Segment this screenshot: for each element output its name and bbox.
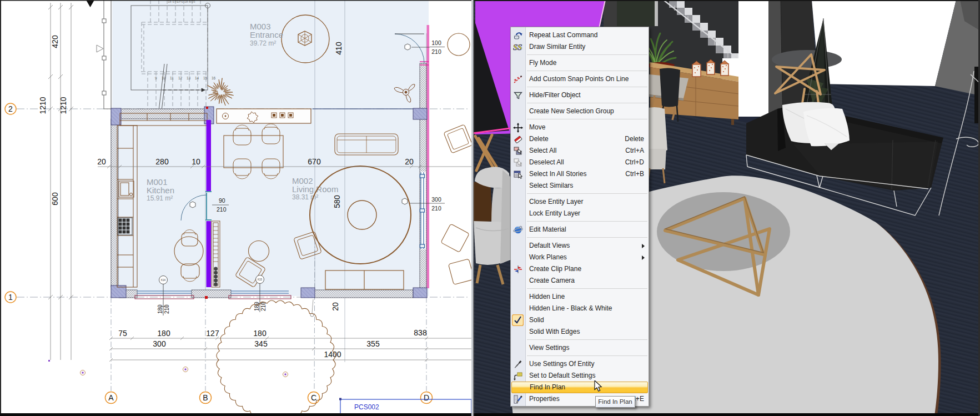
svg-text:20: 20: [97, 157, 106, 166]
svg-text:PCS002: PCS002: [354, 403, 379, 411]
svg-text:16: 16: [212, 76, 216, 80]
svg-text:300: 300: [431, 196, 441, 203]
svg-text:S: S: [517, 43, 522, 52]
svg-text:39.72 m²: 39.72 m²: [250, 39, 276, 47]
svg-text:1210: 1210: [59, 97, 68, 114]
svg-text:410: 410: [334, 42, 343, 55]
svg-text:90: 90: [219, 197, 225, 204]
svg-text:20: 20: [405, 157, 414, 166]
svg-text:1: 1: [8, 293, 13, 302]
svg-text:D: D: [424, 393, 429, 402]
svg-text:210: 210: [164, 304, 170, 314]
svg-text:300: 300: [153, 339, 166, 348]
svg-text:1210: 1210: [38, 97, 47, 114]
svg-text:15: 15: [203, 76, 208, 80]
svg-text:11: 11: [170, 76, 174, 80]
svg-text:A: A: [108, 393, 114, 402]
svg-text:345: 345: [254, 339, 268, 348]
svg-text:100: 100: [431, 39, 441, 46]
svg-text:838: 838: [414, 328, 427, 337]
svg-text:210: 210: [431, 48, 441, 55]
svg-text:13: 13: [187, 76, 191, 80]
svg-text:75: 75: [118, 329, 127, 338]
svg-text:K14: K14: [161, 279, 166, 282]
svg-text:210: 210: [217, 206, 227, 213]
svg-text:280: 280: [155, 157, 169, 166]
svg-text:355: 355: [366, 339, 380, 348]
svg-text:Entrance: Entrance: [250, 30, 283, 39]
svg-text:600: 600: [51, 192, 59, 206]
svg-text:Kitchen: Kitchen: [147, 186, 174, 195]
svg-text:10: 10: [192, 157, 200, 166]
svg-text:180: 180: [157, 329, 170, 338]
svg-text:2: 2: [8, 104, 13, 113]
svg-text:210: 210: [260, 302, 267, 311]
svg-text:B: B: [203, 393, 208, 402]
svg-text:127: 127: [206, 329, 219, 338]
svg-text:C: C: [311, 393, 316, 402]
svg-text:420: 420: [51, 35, 59, 48]
svg-text:15.91 m²: 15.91 m²: [147, 194, 173, 202]
svg-text:580: 580: [333, 195, 341, 208]
svg-text:14: 14: [195, 76, 199, 80]
svg-text:210: 210: [431, 205, 441, 212]
svg-text:20: 20: [331, 302, 340, 311]
svg-text:180: 180: [157, 304, 163, 314]
svg-text:670: 670: [308, 157, 321, 166]
svg-text:K15: K15: [258, 278, 263, 281]
svg-text:180: 180: [253, 329, 267, 338]
svg-text:9: 9: [155, 76, 157, 80]
svg-text:180: 180: [254, 302, 260, 311]
svg-text:12: 12: [178, 76, 183, 80]
